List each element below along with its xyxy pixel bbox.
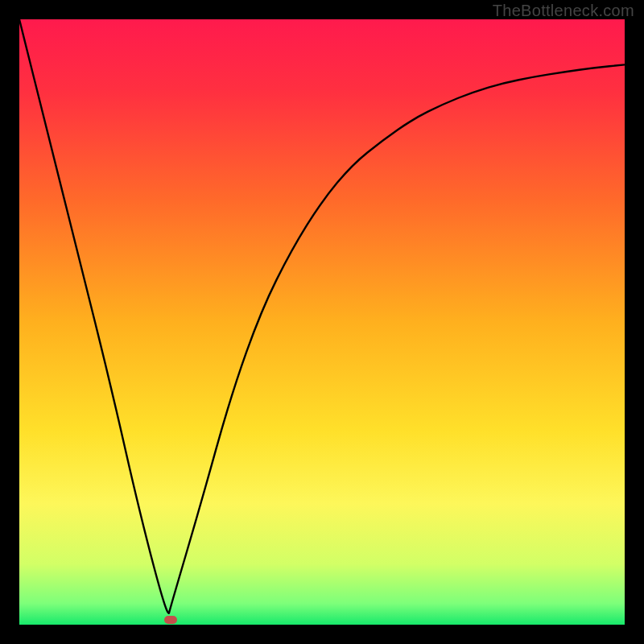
min-marker <box>164 616 177 624</box>
watermark-label: TheBottleneck.com <box>493 2 634 20</box>
gradient-rect <box>19 19 625 625</box>
bottleneck-chart <box>19 19 625 625</box>
chart-frame <box>19 19 625 625</box>
